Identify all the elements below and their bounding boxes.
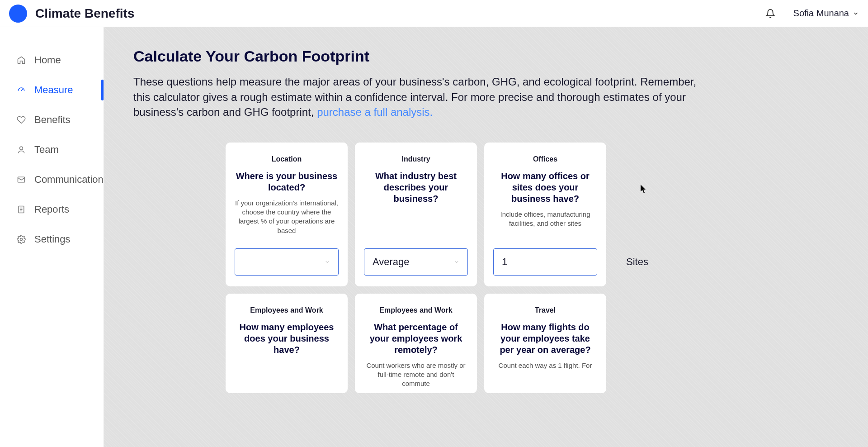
mail-icon	[16, 175, 26, 185]
gear-icon	[16, 234, 26, 244]
header: Climate Benefits Sofia Munana	[0, 0, 868, 27]
sidebar-item-communication[interactable]: Communication	[0, 165, 104, 195]
sidebar-item-label: Measure	[34, 84, 73, 96]
card-hint: Include offices, manufacturing facilitie…	[493, 210, 597, 228]
sidebar-item-settings[interactable]: Settings	[0, 224, 104, 254]
sidebar-item-label: Settings	[34, 233, 71, 245]
input-suffix: Sites	[626, 256, 648, 268]
location-select[interactable]	[235, 248, 339, 276]
card-category: Employees and Work	[379, 306, 453, 314]
logo-icon	[9, 5, 27, 23]
card-question: Where is your business located?	[235, 171, 339, 193]
sidebar-item-measure[interactable]: Measure	[0, 75, 104, 105]
card-category: Travel	[535, 306, 556, 314]
header-right: Sofia Munana	[765, 8, 859, 19]
sidebar-item-label: Communication	[34, 174, 104, 185]
notifications-icon[interactable]	[765, 9, 775, 19]
document-icon	[16, 204, 26, 214]
purchase-analysis-link[interactable]: purchase a full analysis.	[317, 106, 433, 118]
header-left: Climate Benefits	[9, 5, 134, 23]
card-offices: Offices How many offices or sites does y…	[484, 143, 606, 286]
card-divider	[235, 240, 339, 240]
card-question: How many employees does your business ha…	[235, 322, 339, 356]
card-hint: If your organization's international, ch…	[235, 199, 339, 235]
chevron-down-icon	[454, 259, 459, 265]
sidebar-item-reports[interactable]: Reports	[0, 195, 104, 224]
app-title: Climate Benefits	[35, 6, 134, 21]
card-hint: Count workers who are mostly or full-tim…	[364, 361, 468, 389]
card-hint: Count each way as 1 flight. For	[499, 361, 592, 370]
gauge-icon	[16, 85, 26, 95]
svg-point-0	[20, 147, 23, 150]
user-icon	[16, 145, 26, 155]
card-question: What percentage of your employees work r…	[364, 322, 468, 356]
sidebar-item-benefits[interactable]: Benefits	[0, 105, 104, 135]
card-question: What industry best describes your busine…	[364, 171, 468, 204]
user-name: Sofia Munana	[793, 8, 849, 19]
sidebar-item-label: Team	[34, 144, 59, 156]
page-description: These questions help measure the major a…	[133, 74, 698, 120]
offices-input-wrap: Sites	[493, 248, 597, 276]
card-travel: Travel How many flights do your employee…	[484, 294, 606, 393]
user-menu[interactable]: Sofia Munana	[793, 8, 859, 19]
card-divider	[493, 240, 597, 240]
svg-point-6	[20, 238, 23, 241]
heart-icon	[16, 115, 26, 125]
card-category: Employees and Work	[250, 306, 323, 314]
sidebar-item-team[interactable]: Team	[0, 135, 104, 165]
chevron-down-icon	[853, 10, 859, 17]
sidebar: Home Measure Benefits Team Communication	[0, 27, 104, 447]
card-employees-count: Employees and Work How many employees do…	[226, 294, 348, 393]
home-icon	[16, 55, 26, 65]
page-title: Calculate Your Carbon Footprint	[133, 48, 839, 65]
card-divider	[364, 240, 468, 240]
select-value: Average	[373, 256, 410, 268]
sidebar-item-home[interactable]: Home	[0, 45, 104, 75]
sidebar-item-label: Home	[34, 54, 61, 66]
sidebar-item-label: Reports	[34, 204, 69, 215]
card-location: Location Where is your business located?…	[226, 143, 348, 286]
industry-select[interactable]: Average	[364, 248, 468, 276]
offices-input[interactable]	[502, 256, 626, 268]
sidebar-item-label: Benefits	[34, 114, 71, 126]
card-question: How many offices or sites does your busi…	[493, 171, 597, 204]
card-question: How many flights do your employees take …	[493, 322, 597, 356]
card-industry: Industry What industry best describes yo…	[355, 143, 477, 286]
card-category: Offices	[533, 155, 557, 163]
cards-grid: Location Where is your business located?…	[133, 143, 698, 393]
card-category: Industry	[401, 155, 430, 163]
card-employees-remote: Employees and Work What percentage of yo…	[355, 294, 477, 393]
main-content: Calculate Your Carbon Footprint These qu…	[104, 27, 868, 447]
card-category: Location	[272, 155, 302, 163]
chevron-down-icon	[325, 259, 330, 265]
